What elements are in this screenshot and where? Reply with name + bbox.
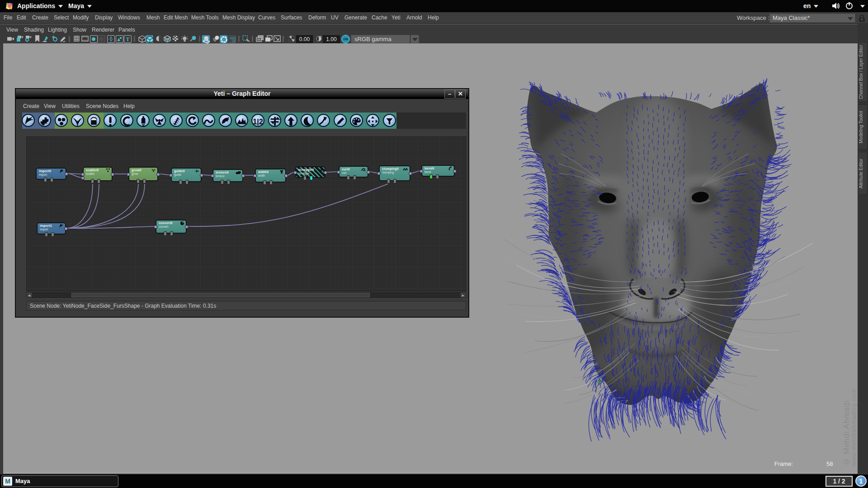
- svg-text:1|2: 1|2: [253, 117, 263, 126]
- svg-text:T: T: [126, 36, 129, 42]
